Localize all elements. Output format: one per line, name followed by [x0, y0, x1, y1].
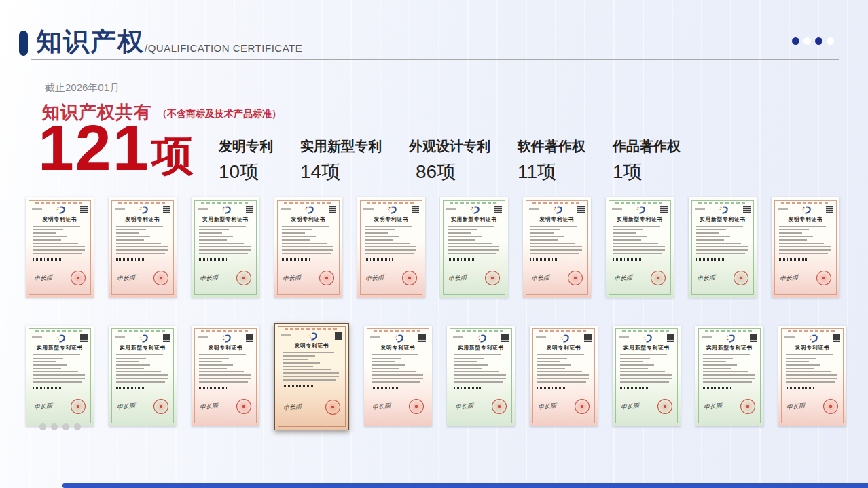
certificate-footer: 申长雨 [614, 262, 666, 294]
certificate-ornament [35, 330, 84, 332]
pager-dot[interactable] [803, 37, 811, 45]
certificate-thumbnail[interactable]: 发明专利证书 申长雨 [192, 326, 259, 426]
certificate-thumbnail[interactable]: 发明专利证书 申长雨 [523, 197, 591, 298]
red-seal-stamp [153, 271, 168, 285]
certificate-thumbnail[interactable]: 实用新型专利证书 申长雨 [192, 197, 259, 298]
certificate-thumbnail[interactable]: 发明专利证书 申长雨 [26, 197, 94, 298]
red-seal-stamp [492, 399, 507, 414]
certificate-signature: 申长雨 [448, 273, 467, 283]
certificate-header [29, 205, 90, 215]
certificate-header [112, 205, 173, 215]
certificate-header [609, 205, 670, 215]
certificate-text-lines [537, 354, 590, 385]
certificate-header [112, 333, 173, 343]
certificate-footer: 申长雨 [538, 390, 590, 423]
barcode [116, 258, 144, 261]
certificate-footer: 申长雨 [365, 262, 417, 294]
certificate-signature: 申长雨 [117, 273, 135, 283]
certificate-thumbnail[interactable]: 发明专利证书 申长雨 [364, 326, 432, 426]
barcode [454, 387, 482, 389]
certificate-text-lines [613, 226, 666, 256]
certificate-number-text [446, 208, 456, 210]
certificate-header [278, 205, 339, 215]
certificate-thumbnail[interactable]: 实用新型专利证书 申长雨 [606, 197, 674, 298]
certificate-grid-row-2: 实用新型专利证书 申长雨 [26, 326, 846, 430]
qr-code [80, 206, 88, 213]
certificate-border: 实用新型专利证书 申长雨 [698, 328, 761, 423]
certificate-thumbnail[interactable]: 发明专利证书 申长雨 [530, 326, 598, 426]
certificate-thumbnail[interactable]: 实用新型专利证书 申长雨 [613, 326, 681, 426]
qr-code [584, 334, 592, 342]
certificate-thumbnail[interactable]: 实用新型专利证书 申长雨 [109, 326, 177, 426]
total-count-number: 121 [38, 114, 150, 182]
ip-category-stats: 发明专利 10项 实用新型专利 14项 外观设计专利 86项 软件著作权 11项… [219, 137, 681, 185]
certificate-thumbnail[interactable]: 发明专利证书 申长雨 [274, 197, 342, 298]
slide-pager-dots [792, 37, 834, 45]
cnipa-logo-icon [725, 334, 737, 343]
barcode [537, 387, 565, 389]
certificate-signature: 申长雨 [283, 402, 302, 412]
certificate-border: 发明专利证书 申长雨 [774, 200, 837, 295]
red-seal-stamp [734, 271, 748, 285]
stat-label: 软件著作权 [518, 137, 585, 156]
cnipa-logo-icon [470, 206, 482, 214]
cnipa-logo-icon [139, 206, 150, 214]
certificate-text-lines [696, 226, 749, 256]
qr-code [660, 206, 668, 213]
certificate-ornament [705, 330, 754, 332]
qr-code [501, 334, 509, 342]
certificate-title: 发明专利证书 [361, 216, 422, 223]
qr-code [335, 332, 342, 340]
certificate-thumbnail[interactable]: 发明专利证书 申长雨 [357, 197, 425, 298]
cnipa-logo-icon [139, 334, 150, 343]
certificate-thumbnail[interactable]: 发明专利证书 申长雨 [274, 323, 349, 430]
certificate-text-lines [372, 354, 424, 385]
barcode [530, 258, 558, 261]
pager-dot[interactable] [815, 37, 822, 45]
certificate-title: 发明专利证书 [367, 345, 429, 351]
certificate-signature: 申长雨 [704, 401, 722, 411]
pagination-dot[interactable] [39, 423, 46, 430]
pager-dot[interactable] [792, 37, 799, 45]
certificate-text-lines [365, 226, 418, 256]
certificate-ornament [35, 202, 84, 204]
barcode [703, 387, 731, 389]
certificate-title: 发明专利证书 [29, 216, 90, 223]
certificate-thumbnail[interactable]: 发明专利证书 申长雨 [109, 197, 177, 298]
certificate-thumbnail[interactable]: 实用新型专利证书 申长雨 [689, 197, 757, 298]
pager-dot[interactable] [827, 37, 834, 45]
certificate-thumbnail[interactable]: 发明专利证书 申长雨 [772, 197, 839, 298]
certificate-header [29, 333, 90, 343]
certificate-footer: 申长雨 [780, 262, 831, 294]
certificate-thumbnail[interactable]: 发明专利证书 申长雨 [778, 326, 846, 426]
stat-label: 作品著作权 [613, 137, 681, 156]
red-seal-stamp [575, 399, 590, 414]
certificate-border: 实用新型专利证书 申长雨 [615, 328, 678, 423]
stat-software-copyrights: 软件著作权 11项 [518, 137, 585, 185]
certificate-title: 发明专利证书 [782, 345, 843, 351]
certificate-text-lines [283, 352, 341, 383]
red-seal-stamp [823, 399, 838, 414]
title-accent-bar [19, 31, 28, 56]
certificate-ornament [615, 202, 664, 204]
certificate-text-lines [33, 226, 86, 256]
qr-code [80, 334, 88, 342]
certificate-thumbnail[interactable]: 实用新型专利证书 申长雨 [695, 326, 763, 426]
barcode [613, 258, 641, 261]
certificate-ornament [118, 202, 167, 204]
certificate-thumbnail[interactable]: 实用新型专利证书 申长雨 [26, 326, 94, 426]
pagination-dot[interactable] [51, 423, 58, 430]
certificate-thumbnail[interactable]: 实用新型专利证书 申长雨 [447, 326, 515, 426]
certificate-header [699, 333, 760, 343]
pagination-dot[interactable] [74, 423, 81, 430]
certificate-footer: 申长雨 [455, 390, 507, 423]
certificate-text-lines [703, 354, 756, 385]
qr-code [667, 334, 674, 342]
certificate-thumbnail[interactable]: 实用新型专利证书 申长雨 [440, 197, 508, 298]
certificate-footer: 申长雨 [200, 390, 251, 423]
certificate-text-lines [116, 354, 169, 385]
pagination-dot[interactable] [62, 423, 69, 430]
barcode [365, 258, 393, 261]
certificate-signature: 申长雨 [538, 401, 556, 411]
certificate-text-lines [33, 354, 86, 385]
